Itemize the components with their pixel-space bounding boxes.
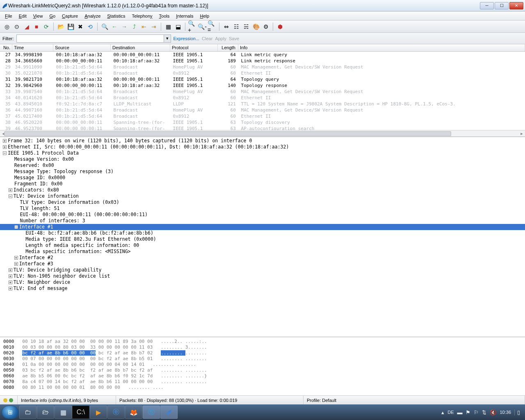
col-header-time[interactable]: Time bbox=[12, 44, 53, 51]
detail-num-interfaces[interactable]: Number of interfaces: 3 bbox=[20, 218, 85, 224]
taskbar-ie-icon[interactable]: ⓔ bbox=[107, 406, 125, 419]
filter-expression-link[interactable]: Expression... bbox=[173, 36, 200, 41]
packet-row[interactable]: 31 39.9821710 00:10:18:af:aa:32 00:00:00… bbox=[0, 76, 525, 82]
hex-line[interactable]: 0010 00 03 00 00 00 80 03 00 33 00 00 00… bbox=[3, 345, 522, 350]
expander-icon[interactable]: + bbox=[9, 287, 12, 290]
filter-apply-button[interactable]: Apply bbox=[215, 36, 226, 41]
tray-flag-icon[interactable]: ⚑ bbox=[466, 409, 470, 415]
tray-network-icon[interactable]: ▬ bbox=[457, 409, 462, 415]
display-filters-icon[interactable]: ☵ bbox=[242, 22, 251, 31]
detail-if1-len[interactable]: Length of media specific information: 00 bbox=[25, 242, 139, 248]
filter-clear-button[interactable]: Clear bbox=[202, 36, 212, 41]
packet-list-body[interactable]: 27 34.9998190 00:10:18:af:aa:32 00:00:00… bbox=[0, 52, 525, 130]
menu-capture[interactable]: Capture bbox=[59, 13, 81, 19]
detail-eui48[interactable]: EUI-48: 00:00:00_00:00:11 (00:00:00:00:0… bbox=[20, 212, 148, 217]
packet-row[interactable]: 33 39.9987540 00:1b:21:d5:5d:64 Broadcas… bbox=[0, 89, 525, 95]
detail-if1-media[interactable]: Media type: IEEE 802.3u Fast Ethernet (0… bbox=[25, 236, 156, 242]
options-icon[interactable]: ⊙ bbox=[12, 22, 21, 31]
hex-dump-pane[interactable]: 0000 00 10 18 af aa 32 00 00 00 00 00 11… bbox=[0, 337, 525, 395]
interfaces-icon[interactable]: ◎ bbox=[2, 22, 11, 31]
go-first-icon[interactable]: ⇤ bbox=[139, 22, 148, 31]
menu-edit[interactable]: Edit bbox=[16, 13, 30, 19]
go-to-icon[interactable]: ⤴ bbox=[130, 22, 139, 31]
tray-volume-icon[interactable]: 🔇 bbox=[490, 409, 496, 415]
packet-list-hscrollbar[interactable]: ◄ ► bbox=[0, 130, 525, 137]
show-desktop-button[interactable]: ▯ bbox=[514, 409, 520, 415]
taskbar-media-icon[interactable]: ▶ bbox=[90, 406, 107, 419]
packet-row[interactable]: 36 44.9907160 00:1b:21:d5:5d:64 Broadcas… bbox=[0, 107, 525, 113]
close-button[interactable]: ✕ bbox=[509, 2, 523, 9]
packet-row[interactable]: 32 39.9842960 00:00:00_00:00:11 00:10:18… bbox=[0, 82, 525, 89]
tray-clock[interactable]: 10:36 bbox=[500, 410, 511, 415]
close-file-icon[interactable]: ✖ bbox=[76, 22, 85, 31]
expander-icon[interactable]: − bbox=[14, 225, 18, 229]
menu-statistics[interactable]: Statistics bbox=[104, 13, 128, 19]
detail-tlv-neighbor[interactable]: TLV: Neighbor device bbox=[14, 279, 70, 285]
detail-tlv-bridging[interactable]: TLV: Device bridging capability bbox=[14, 267, 102, 273]
save-icon[interactable]: 💾 bbox=[66, 22, 75, 31]
find-icon[interactable]: 🔍 bbox=[100, 22, 109, 31]
col-header-destination[interactable]: Destination bbox=[111, 44, 170, 51]
detail-interface-1[interactable]: Interface #1 bbox=[19, 224, 53, 230]
scroll-thumb[interactable] bbox=[4, 131, 451, 136]
packet-row[interactable]: 27 34.9998190 00:10:18:af:aa:32 00:00:00… bbox=[0, 52, 525, 58]
detail-if1-spec[interactable]: Media specific information: <MISSING> bbox=[25, 249, 130, 254]
hex-line[interactable]: 0040 01 0a 00 00 00 00 00 00 00 00 00 04… bbox=[3, 362, 522, 368]
col-header-info[interactable]: Info bbox=[238, 44, 525, 51]
detail-tlv-non1905[interactable]: TLV: Non-1905 neighbor device list bbox=[14, 273, 110, 279]
taskbar-explorer-icon[interactable]: 🗀 bbox=[19, 406, 37, 419]
hex-line[interactable]: 0060 ae 8b b5 06 00 0c bc f2 af ae 8b b6… bbox=[3, 373, 522, 379]
detail-msg-version[interactable]: Message Version: 0x00 bbox=[14, 156, 74, 162]
expander-icon[interactable]: − bbox=[9, 194, 12, 198]
menu-view[interactable]: View bbox=[30, 13, 46, 19]
hex-line[interactable]: 0050 03 bc f2 af ae 8b b6 bc f2 af ae 8b… bbox=[3, 368, 522, 373]
detail-interface-3[interactable]: Interface #3 bbox=[19, 261, 53, 267]
hex-line[interactable]: 0080 00 80 11 00 00 00 00 01 80 00 00 00… bbox=[3, 385, 522, 390]
taskbar-cmd-icon[interactable]: C:\ bbox=[72, 406, 89, 419]
packet-row[interactable]: 39 46.9523700 00:00:00_00:00:11 Spanning… bbox=[0, 126, 525, 130]
tray-language[interactable]: DE bbox=[447, 410, 454, 415]
detail-fragment-id[interactable]: Fragment ID: 0x00 bbox=[14, 181, 63, 187]
expander-icon[interactable]: + bbox=[3, 145, 7, 149]
col-header-protocol[interactable]: Protocol bbox=[170, 44, 218, 51]
detail-indicators[interactable]: Indicators: 0x80 bbox=[14, 187, 59, 193]
auto-scroll-icon[interactable]: ⬓ bbox=[173, 22, 183, 31]
menu-help[interactable]: Help bbox=[196, 13, 212, 19]
col-header-length[interactable]: Length bbox=[218, 44, 238, 51]
taskbar-skype-icon[interactable]: Ⓢ bbox=[143, 406, 160, 419]
start-capture-icon[interactable]: ◢ bbox=[22, 22, 31, 31]
detail-frame[interactable]: Frame 32: 140 bytes on wire (1120 bits),… bbox=[8, 138, 252, 144]
taskbar-wireshark-icon[interactable] bbox=[160, 406, 178, 419]
packet-row[interactable]: 28 34.3665660 00:00:00_00:00:11 00:10:18… bbox=[0, 58, 525, 64]
packet-row[interactable]: 38 46.9520220 00:00:00_00:00:11 Spanning… bbox=[0, 119, 525, 126]
minimize-button[interactable]: ─ bbox=[480, 2, 494, 9]
detail-msg-id[interactable]: Message ID: 0x0000 bbox=[14, 175, 66, 180]
taskbar-firefox-icon[interactable]: 🦊 bbox=[125, 406, 142, 419]
go-last-icon[interactable]: ⇥ bbox=[149, 22, 158, 31]
hex-line[interactable]: 0030 00 07 00 00 00 00 00 00 00 bc f2 af… bbox=[3, 356, 522, 362]
packet-row[interactable]: 37 45.0217400 00:1b:21:d5:5d:64 Broadcas… bbox=[0, 113, 525, 119]
resize-columns-icon[interactable]: ⇔ bbox=[222, 22, 231, 31]
reload-icon[interactable]: ⟲ bbox=[86, 22, 95, 31]
filter-input[interactable] bbox=[16, 34, 164, 43]
menu-tools[interactable]: Tools bbox=[156, 13, 173, 19]
packet-details-pane[interactable]: +Frame 32: 140 bytes on wire (1120 bits)… bbox=[0, 137, 525, 337]
maximize-button[interactable]: ☐ bbox=[495, 2, 509, 9]
menu-telephony[interactable]: Telephony bbox=[128, 13, 155, 19]
expander-icon[interactable]: + bbox=[9, 268, 12, 272]
detail-msg-type[interactable]: Message Type: Topology response (3) bbox=[14, 169, 114, 174]
status-profile[interactable]: Profile: Default bbox=[304, 396, 525, 404]
hex-line[interactable]: 0000 00 10 18 af aa 32 00 00 00 00 00 11… bbox=[3, 339, 522, 345]
stop-capture-icon[interactable]: ■ bbox=[32, 22, 41, 31]
expander-icon[interactable]: + bbox=[9, 281, 12, 284]
menu-internals[interactable]: Internals bbox=[173, 13, 196, 19]
expander-icon[interactable]: + bbox=[14, 262, 18, 266]
detail-interface-2[interactable]: Interface #2 bbox=[19, 255, 53, 260]
menu-file[interactable]: File bbox=[2, 13, 16, 19]
tray-usb-icon[interactable]: ⇅ bbox=[482, 409, 486, 415]
coloring-rules-icon[interactable]: 🎨 bbox=[251, 22, 260, 31]
menu-analyze[interactable]: Analyze bbox=[81, 13, 104, 19]
prefs-icon[interactable]: ⚙ bbox=[261, 22, 270, 31]
col-header-source[interactable]: Source bbox=[53, 44, 111, 51]
colorize-icon[interactable]: ▦ bbox=[164, 22, 173, 31]
